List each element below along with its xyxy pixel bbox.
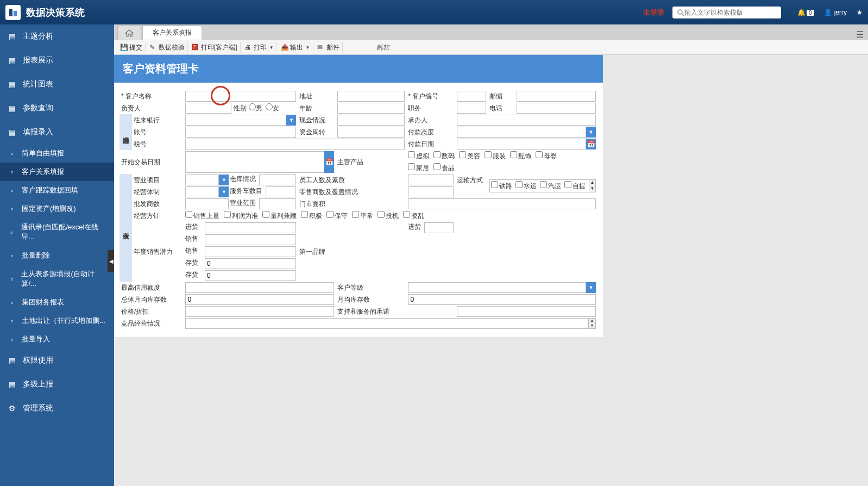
template-search[interactable] xyxy=(672,7,781,18)
cat-clothing-checkbox[interactable]: 服装 xyxy=(485,151,506,161)
pol-normal-checkbox[interactable]: 平常 xyxy=(352,211,373,221)
user-menu[interactable]: 👤jerry xyxy=(824,9,847,16)
account-input[interactable] xyxy=(185,127,296,138)
search-input[interactable] xyxy=(684,9,777,16)
print-button[interactable]: 🖨打印▼ xyxy=(242,42,277,53)
sidebar-item-params[interactable]: ▤参数查询 xyxy=(0,96,114,120)
validate-button[interactable]: ✎数据校验 xyxy=(147,42,188,53)
sidebar-sub-simple-entry[interactable]: ▫简单自由填报 xyxy=(0,144,114,163)
tab-home[interactable] xyxy=(117,26,141,40)
cat-beauty-checkbox[interactable]: 美容 xyxy=(459,151,480,161)
email-button[interactable]: ✉邮件 xyxy=(315,42,343,53)
sidebar-item-report[interactable]: ▤报表展示 xyxy=(0,48,114,72)
cat-virtual-checkbox[interactable]: 虚拟 xyxy=(408,151,429,161)
sidebar-sub-group-finance[interactable]: ▫集团财务报表 xyxy=(0,293,114,311)
start-date-calendar-button[interactable]: 📅 xyxy=(324,151,334,173)
sidebar-sub-tracking[interactable]: ▫客户跟踪数据回填 xyxy=(0,181,114,200)
total-monthly-stock-input[interactable] xyxy=(185,294,334,305)
incoming-1-input[interactable] xyxy=(205,222,297,233)
export-button[interactable]: 📤输出▼ xyxy=(278,42,313,53)
sidebar-item-entry[interactable]: ▤填报录入 xyxy=(0,120,114,144)
customer-level-dropdown-button[interactable]: ▼ xyxy=(586,282,596,293)
cat-home-checkbox[interactable]: 家居 xyxy=(408,163,429,173)
pol-speculative-checkbox[interactable]: 投机 xyxy=(378,211,399,221)
competitor-input[interactable] xyxy=(185,318,588,329)
payment-attitude-select[interactable] xyxy=(457,127,586,138)
favorite-button[interactable]: ★ xyxy=(857,9,863,16)
age-input[interactable] xyxy=(337,103,405,114)
sidebar-sub-assets[interactable]: ▫固定资产(增删改) xyxy=(0,200,114,218)
sales-1-input[interactable] xyxy=(205,234,297,245)
incoming-2-input[interactable] xyxy=(424,222,454,233)
stock-1-input[interactable] xyxy=(205,258,297,269)
owner-input[interactable] xyxy=(185,103,231,114)
sales-2-input[interactable] xyxy=(205,246,297,257)
stock-2-input[interactable] xyxy=(205,270,297,281)
monthly-stock-input[interactable] xyxy=(408,294,596,305)
price-discount-input[interactable] xyxy=(185,306,334,317)
sidebar-item-theme[interactable]: ▤主题分析 xyxy=(0,24,114,48)
transport-scroll-down[interactable]: ▼ xyxy=(589,186,595,192)
cat-accessory-checkbox[interactable]: 配饰 xyxy=(510,151,531,161)
sidebar-item-admin[interactable]: ⚙管理系统 xyxy=(0,396,114,420)
postcode-input[interactable] xyxy=(517,91,596,102)
pol-conservative-checkbox[interactable]: 保守 xyxy=(326,211,348,221)
biz-item-select[interactable] xyxy=(185,175,219,185)
gender-female-radio[interactable]: 女 xyxy=(266,103,279,113)
start-date-input[interactable] xyxy=(185,151,324,173)
tab-menu-button[interactable]: ☰ xyxy=(856,29,864,40)
payment-date-input[interactable] xyxy=(457,139,586,149)
sidebar-sub-master-detail[interactable]: ▫主从表多源填报(自动计算/... xyxy=(0,265,114,293)
position-input[interactable] xyxy=(457,103,486,114)
capital-turnover-input[interactable] xyxy=(337,127,405,138)
biz-scope-input[interactable] xyxy=(259,198,296,209)
customer-name-input[interactable] xyxy=(185,91,296,102)
competitor-spin-down[interactable]: ▼ xyxy=(589,323,595,328)
wholesale-count-input[interactable] xyxy=(185,198,229,209)
sidebar-item-stats[interactable]: ▤统计图表 xyxy=(0,72,114,96)
trans-self-checkbox[interactable]: 自提 xyxy=(564,181,586,191)
sidebar-sub-batch-import[interactable]: ▫批量导入 xyxy=(0,330,114,348)
print-client-button[interactable]: 🅿打印[客户端] xyxy=(189,42,241,53)
customer-level-select[interactable] xyxy=(408,282,586,293)
biz-system-select[interactable] xyxy=(185,186,219,197)
pol-active-checkbox[interactable]: 积极 xyxy=(301,211,322,221)
cat-baby-checkbox[interactable]: 母婴 xyxy=(536,151,557,161)
payment-date-calendar-button[interactable]: 📅 xyxy=(586,139,596,149)
gender-male-radio[interactable]: 男 xyxy=(249,103,262,113)
tax-no-input[interactable] xyxy=(185,139,405,149)
competitor-spin-up[interactable]: ▲ xyxy=(589,319,595,323)
sidebar-item-multilevel[interactable]: ▤多级上报 xyxy=(0,372,114,396)
max-credit-input[interactable] xyxy=(185,282,334,293)
pol-volume-checkbox[interactable]: 销售上量 xyxy=(185,211,219,221)
cat-digital-checkbox[interactable]: 数码 xyxy=(433,151,455,161)
biz-system-dropdown-button[interactable]: ▼ xyxy=(219,186,229,197)
handler-input[interactable] xyxy=(457,115,596,126)
pol-both-checkbox[interactable]: 量利兼顾 xyxy=(262,211,297,221)
trans-car-checkbox[interactable]: 汽运 xyxy=(540,181,561,191)
phone-input[interactable] xyxy=(517,103,596,114)
trans-rail-checkbox[interactable]: 铁路 xyxy=(491,181,512,191)
form-scroll-area[interactable]: 客户资料管理卡 客户名称 地址 客户编号 邮编 xyxy=(114,55,868,337)
warehouse-input[interactable] xyxy=(259,175,296,185)
sidebar-collapse-button[interactable]: ◀ xyxy=(108,250,114,272)
address-input[interactable] xyxy=(337,91,405,102)
store-area-input[interactable] xyxy=(408,198,596,209)
tab-customer-entry[interactable]: 客户关系填报 xyxy=(142,26,202,40)
retail-coverage-input[interactable] xyxy=(408,186,454,197)
sidebar-sub-customer-entry[interactable]: ▫客户关系填报 xyxy=(0,163,114,181)
cat-food-checkbox[interactable]: 食品 xyxy=(433,163,455,173)
transport-scroll-up[interactable]: ▲ xyxy=(589,180,595,186)
login-status[interactable]: 未登录 xyxy=(643,8,664,17)
customer-no-input[interactable] xyxy=(457,91,486,102)
submit-button[interactable]: 💾提交 xyxy=(117,42,146,53)
sidebar-sub-contacts[interactable]: ▫通讯录(自匹配/excel在线导... xyxy=(0,218,114,246)
sidebar-sub-land[interactable]: ▫土地出让（非行式增加删... xyxy=(0,311,114,330)
notification-button[interactable]: 🔔0 xyxy=(797,9,814,16)
sidebar-sub-batch-delete[interactable]: ▫批量删除 xyxy=(0,246,114,265)
sidebar-item-permissions[interactable]: ▤权限使用 xyxy=(0,348,114,372)
staff-input[interactable] xyxy=(408,175,454,185)
biz-item-dropdown-button[interactable]: ▼ xyxy=(219,175,229,185)
pol-profit-checkbox[interactable]: 利润为准 xyxy=(224,211,258,221)
bank-select[interactable] xyxy=(185,115,286,126)
